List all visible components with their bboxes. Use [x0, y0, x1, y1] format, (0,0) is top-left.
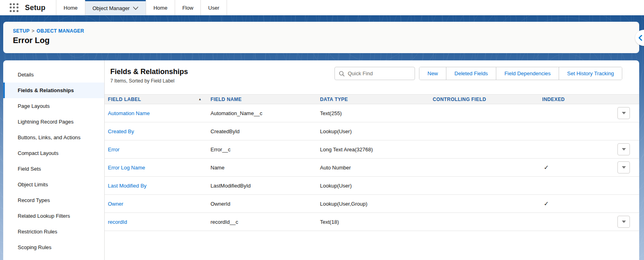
breadcrumb-separator: >	[32, 28, 35, 34]
field-label-link[interactable]: recordId	[108, 219, 127, 225]
object-detail-card: Details Fields & Relationships Page Layo…	[3, 60, 639, 260]
data-type-cell: Long Text Area(32768)	[317, 147, 429, 153]
indexed-check-icon: ✓	[542, 164, 549, 171]
data-type-cell: Auto Number	[317, 165, 429, 171]
section-title: Fields & Relationships	[110, 68, 188, 76]
sidebar-item-field-sets[interactable]: Field Sets	[3, 161, 104, 177]
items-count-text: 7 Items, Sorted by Field Label	[110, 78, 174, 84]
column-header-controlling-field[interactable]: CONTROLLING FIELD	[429, 97, 539, 102]
quick-find-input[interactable]	[348, 70, 408, 76]
sidebar-item-object-limits[interactable]: Object Limits	[3, 177, 104, 192]
column-header-indexed[interactable]: INDEXED	[539, 97, 613, 102]
breadcrumb-setup-link[interactable]: SETUP	[13, 28, 30, 34]
data-type-cell: Lookup(User,Group)	[317, 201, 429, 207]
field-dependencies-button[interactable]: Field Dependencies	[496, 67, 559, 80]
table-row: recordId recordId__c Text(18) ✓	[105, 213, 639, 231]
tab-home[interactable]: Home	[146, 0, 175, 15]
row-actions-button[interactable]	[617, 161, 630, 173]
page-header-card: SETUP>OBJECT MANAGER Error Log	[3, 22, 639, 53]
data-type-cell: Lookup(User)	[317, 183, 429, 189]
app-launcher-waffle-icon[interactable]	[9, 2, 19, 13]
table-row: Automation Name Automation_Name__c Text(…	[105, 104, 639, 122]
chevron-down-icon	[622, 166, 626, 169]
data-type-cell: Lookup(User)	[317, 128, 429, 134]
row-actions-button[interactable]	[617, 216, 630, 228]
field-name-cell: recordId__c	[207, 219, 317, 225]
tab-object-manager[interactable]: Object Manager	[85, 0, 146, 15]
tab-home-setup[interactable]: Home	[56, 0, 85, 15]
app-name: Setup	[25, 4, 45, 12]
sidebar-item-scoping-rules[interactable]: Scoping Rules	[3, 239, 104, 255]
search-icon	[339, 71, 345, 76]
table-row: Error Log Name Name Auto Number ✓	[105, 159, 639, 177]
object-sidebar: Details Fields & Relationships Page Layo…	[3, 60, 105, 260]
column-header-field-name[interactable]: FIELD NAME	[207, 97, 317, 102]
sidebar-item-details[interactable]: Details	[3, 67, 104, 83]
field-name-cell: LastModifiedById	[207, 183, 317, 189]
fields-main-panel: Fields & Relationships 7 Items, Sorted b…	[105, 60, 639, 260]
chevron-left-icon	[638, 35, 642, 41]
table-row: Owner OwnerId Lookup(User,Group) ✓	[105, 195, 639, 213]
sort-ascending-icon: ▲	[198, 97, 202, 101]
tab-user[interactable]: User	[200, 0, 227, 15]
nav-tabs: Home Object Manager Home Flow User	[56, 0, 227, 15]
sidebar-item-compact-layouts[interactable]: Compact Layouts	[3, 145, 104, 161]
field-label-link[interactable]: Error Log Name	[108, 165, 145, 171]
column-header-data-type[interactable]: DATA TYPE	[317, 97, 429, 102]
indexed-check-icon: ✓	[542, 200, 549, 207]
sidebar-item-lightning-record-pages[interactable]: Lightning Record Pages	[3, 114, 104, 130]
sidebar-item-buttons-links-actions[interactable]: Buttons, Links, and Actions	[3, 130, 104, 145]
tab-flow[interactable]: Flow	[175, 0, 200, 15]
sidebar-item-page-layouts[interactable]: Page Layouts	[3, 98, 104, 114]
field-label-link[interactable]: Error	[108, 147, 120, 153]
table-row: Created By CreatedById Lookup(User) ✓	[105, 122, 639, 140]
global-nav-bar: Setup Home Object Manager Home Flow User	[0, 0, 644, 15]
field-name-cell: Automation_Name__c	[207, 110, 317, 116]
column-header-field-label[interactable]: FIELD LABEL ▲	[105, 97, 207, 102]
fields-table: FIELD LABEL ▲ FIELD NAME DATA TYPE CONTR…	[105, 94, 639, 260]
field-name-cell: Error__c	[207, 147, 317, 153]
field-name-cell: CreatedById	[207, 128, 317, 134]
fields-header: Fields & Relationships 7 Items, Sorted b…	[105, 60, 639, 94]
data-type-cell: Text(18)	[317, 219, 429, 225]
field-label-link[interactable]: Created By	[108, 128, 134, 134]
row-actions-button[interactable]	[617, 107, 630, 119]
chevron-down-icon	[622, 112, 626, 114]
page-title: Error Log	[13, 36, 639, 45]
field-label-link[interactable]: Owner	[108, 201, 123, 207]
field-name-cell: OwnerId	[207, 201, 317, 207]
table-actions-group: New Deleted Fields Field Dependencies Se…	[419, 67, 622, 80]
set-history-tracking-button[interactable]: Set History Tracking	[559, 67, 622, 80]
field-label-link[interactable]: Last Modified By	[108, 183, 147, 189]
deleted-fields-button[interactable]: Deleted Fields	[446, 67, 496, 80]
field-name-cell: Name	[207, 165, 317, 171]
quick-find-box	[334, 67, 415, 80]
row-actions-button[interactable]	[617, 143, 630, 155]
sidebar-item-record-types[interactable]: Record Types	[3, 192, 104, 208]
sidebar-item-related-lookup-filters[interactable]: Related Lookup Filters	[3, 208, 104, 224]
data-type-cell: Text(255)	[317, 110, 429, 116]
chevron-down-icon	[133, 6, 138, 10]
table-row: Last Modified By LastModifiedById Lookup…	[105, 177, 639, 195]
table-header-row: FIELD LABEL ▲ FIELD NAME DATA TYPE CONTR…	[105, 94, 639, 104]
breadcrumb-object-manager-link[interactable]: OBJECT MANAGER	[37, 28, 84, 34]
table-row: Error Error__c Long Text Area(32768) ✓	[105, 140, 639, 159]
chevron-down-icon	[622, 148, 626, 151]
sidebar-item-restriction-rules[interactable]: Restriction Rules	[3, 224, 104, 239]
field-label-link[interactable]: Automation Name	[108, 110, 150, 116]
chevron-down-icon	[622, 221, 626, 223]
page-background: Setup Home Object Manager Home Flow User	[0, 0, 644, 260]
new-button[interactable]: New	[419, 67, 446, 80]
breadcrumb: SETUP>OBJECT MANAGER	[13, 28, 639, 34]
sidebar-item-fields-relationships[interactable]: Fields & Relationships	[3, 83, 104, 98]
